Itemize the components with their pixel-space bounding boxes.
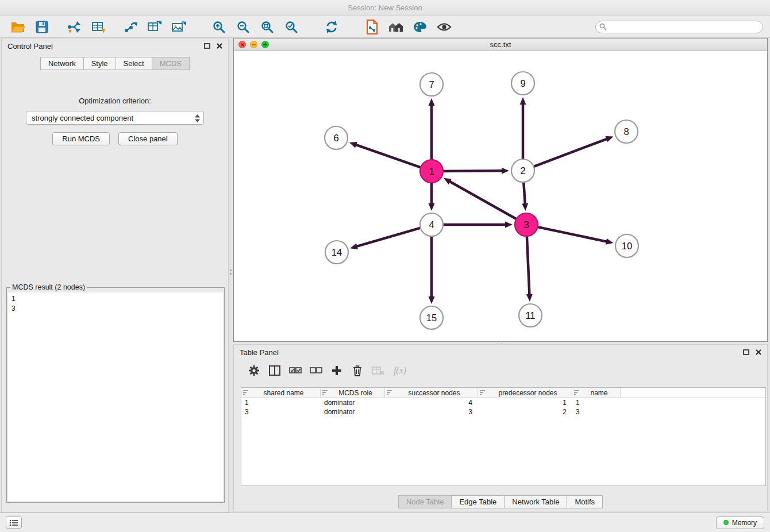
- graph-edge-1-6[interactable]: [356, 145, 430, 171]
- edge-arrowhead: [605, 136, 613, 142]
- memory-button[interactable]: Memory: [716, 516, 764, 529]
- criterion-select[interactable]: strongly connected component: [26, 111, 204, 125]
- graph-node-11[interactable]: 11: [519, 304, 542, 327]
- deselect-all-button[interactable]: [307, 363, 325, 378]
- graph-node-9[interactable]: 9: [511, 72, 534, 95]
- graph-node-3[interactable]: 3: [515, 213, 538, 236]
- cell-successor-nodes[interactable]: 4: [385, 399, 478, 407]
- tab-style[interactable]: Style: [83, 57, 116, 70]
- export-image-button[interactable]: [167, 18, 191, 36]
- cell-mcds-role[interactable]: dominator: [321, 399, 385, 407]
- graph-node-4[interactable]: 4: [420, 213, 443, 236]
- float-panel-icon[interactable]: [743, 349, 749, 355]
- delete-table-button[interactable]: [369, 363, 387, 378]
- header-filler: [621, 388, 765, 398]
- network-canvas[interactable]: 7968124314101511: [234, 51, 767, 341]
- delete-row-button[interactable]: [349, 363, 366, 378]
- sort-icon: [574, 390, 580, 395]
- node-label: 2: [520, 165, 525, 176]
- graph-node-10[interactable]: 10: [615, 234, 638, 257]
- control-panel-tabs: Network Style Select MCDS: [2, 57, 228, 70]
- tab-mcds[interactable]: MCDS: [152, 57, 190, 70]
- tab-motifs[interactable]: Motifs: [567, 495, 603, 508]
- tab-network-table[interactable]: Network Table: [504, 495, 567, 508]
- table-panel: Table Panel: [233, 344, 768, 511]
- graph-edge-2-8[interactable]: [524, 139, 607, 170]
- tab-network[interactable]: Network: [40, 57, 84, 70]
- cell-predecessor-nodes[interactable]: 1: [478, 399, 572, 407]
- cell-shared-name[interactable]: 1: [241, 399, 321, 407]
- window-minimize-icon[interactable]: [250, 41, 257, 48]
- zoom-fit-button[interactable]: [255, 18, 279, 36]
- add-row-button[interactable]: [328, 363, 345, 378]
- graph-edge-4-14[interactable]: [357, 225, 431, 246]
- window-close-icon[interactable]: [238, 41, 246, 48]
- tab-edge-table[interactable]: Edge Table: [451, 495, 505, 508]
- graph-node-7[interactable]: 7: [420, 73, 443, 96]
- apply-style-button[interactable]: [408, 18, 432, 36]
- graph-edge-3-10[interactable]: [528, 225, 606, 241]
- import-table-button[interactable]: [86, 18, 110, 36]
- column-header-successor-nodes[interactable]: successor nodes: [385, 388, 478, 398]
- open-file-button[interactable]: [6, 18, 30, 36]
- close-panel-icon[interactable]: [217, 43, 222, 49]
- zoom-selected-button[interactable]: [279, 18, 303, 36]
- cell-predecessor-nodes[interactable]: 2: [478, 408, 572, 416]
- search-input[interactable]: [595, 21, 763, 33]
- tab-node-table[interactable]: Node Table: [398, 495, 452, 508]
- close-panel-button[interactable]: Close panel: [118, 132, 178, 145]
- close-panel-icon[interactable]: [756, 349, 761, 355]
- graph-node-6[interactable]: 6: [325, 126, 348, 149]
- column-header-shared-name[interactable]: shared name: [241, 388, 321, 398]
- sort-icon: [322, 390, 328, 395]
- graph-node-8[interactable]: 8: [615, 120, 638, 143]
- table-settings-button[interactable]: [245, 363, 263, 378]
- cell-successor-nodes[interactable]: 3: [385, 408, 478, 416]
- cell-shared-name[interactable]: 3: [241, 408, 321, 416]
- column-header-mcds-role[interactable]: MCDS role: [321, 388, 385, 398]
- show-columns-button[interactable]: [266, 363, 283, 378]
- panel-splitter-vertical[interactable]: [229, 38, 233, 512]
- task-history-button[interactable]: [6, 516, 22, 529]
- graph-node-1[interactable]: 1: [420, 160, 443, 183]
- import-network-button[interactable]: [62, 18, 86, 36]
- mcds-result-line: 3: [11, 304, 220, 314]
- table-row[interactable]: 3 dominator 3 2 3: [241, 407, 765, 417]
- zoom-in-button[interactable]: [207, 18, 231, 36]
- window-zoom-icon[interactable]: [261, 41, 269, 48]
- import-table-icon: [91, 20, 106, 34]
- export-network-button[interactable]: [118, 18, 143, 36]
- refresh-button[interactable]: [319, 18, 344, 36]
- column-header-name[interactable]: name: [572, 388, 621, 398]
- cell-mcds-role[interactable]: dominator: [321, 408, 385, 416]
- graph-edge-3-1[interactable]: [450, 182, 525, 224]
- save-session-button[interactable]: [30, 18, 54, 36]
- function-builder-button[interactable]: f(x): [390, 363, 407, 378]
- graph-node-15[interactable]: 15: [420, 306, 443, 329]
- table-row[interactable]: 1 dominator 4 1 1: [241, 398, 765, 407]
- home-layout-button[interactable]: [384, 18, 408, 36]
- node-label: 3: [523, 219, 529, 230]
- mcds-result-list[interactable]: 1 3: [8, 292, 223, 501]
- select-all-button[interactable]: [287, 363, 304, 378]
- float-panel-icon[interactable]: [204, 43, 210, 49]
- columns-icon: [269, 365, 280, 376]
- graph-node-14[interactable]: 14: [325, 241, 348, 264]
- houses-icon: [388, 21, 404, 33]
- show-hide-button[interactable]: [432, 18, 456, 36]
- table-header-row: shared name MCDS role successor nodes pr…: [241, 388, 765, 398]
- tab-select[interactable]: Select: [116, 57, 152, 70]
- export-table-button[interactable]: [143, 18, 167, 36]
- criterion-value: strongly connected component: [32, 114, 133, 122]
- edge-arrowhead: [522, 203, 528, 211]
- column-header-predecessor-nodes[interactable]: predecessor nodes: [478, 388, 572, 398]
- open-session-file-button[interactable]: [360, 18, 384, 36]
- search-box: [595, 21, 763, 33]
- run-mcds-button[interactable]: Run MCDS: [52, 132, 110, 145]
- cell-name[interactable]: 3: [572, 408, 621, 416]
- graph-node-2[interactable]: 2: [511, 159, 534, 182]
- zoom-out-button[interactable]: [231, 18, 255, 36]
- delete-table-icon: [372, 366, 384, 375]
- network-window-titlebar[interactable]: scc.txt: [234, 38, 767, 51]
- cell-name[interactable]: 1: [572, 399, 621, 407]
